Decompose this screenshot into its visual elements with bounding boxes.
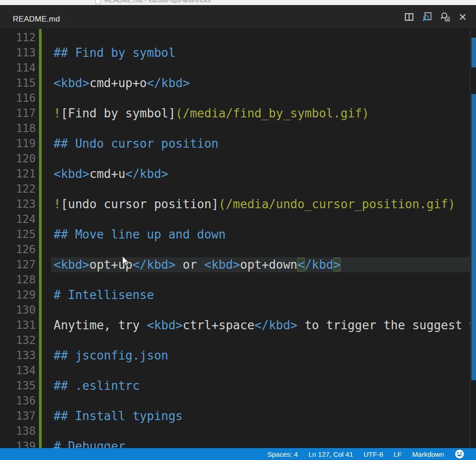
code-line-124[interactable]: 124 bbox=[0, 212, 470, 227]
code-text[interactable] bbox=[51, 212, 470, 227]
code-text[interactable]: ## jsconfig.json bbox=[51, 348, 470, 363]
code-line-120[interactable]: 120 bbox=[0, 151, 470, 166]
code-line-137[interactable]: 137## Install typings bbox=[0, 409, 470, 424]
line-number[interactable]: 138 bbox=[0, 424, 36, 439]
open-preview-button[interactable] bbox=[421, 11, 433, 23]
code-line-128[interactable]: 128 bbox=[0, 272, 470, 288]
code-line-115[interactable]: 115<kbd>cmd+up+o</kbd> bbox=[0, 76, 470, 91]
code-line-125[interactable]: 125## Move line up and down bbox=[0, 227, 470, 242]
line-number[interactable]: 119 bbox=[0, 136, 36, 151]
status-language-mode[interactable]: Markdown bbox=[412, 450, 444, 458]
code-text[interactable]: ## .eslintrc bbox=[51, 378, 470, 393]
status-encoding[interactable]: UTF-8 bbox=[364, 450, 383, 458]
code-text[interactable]: <kbd>cmd+u</kbd> bbox=[51, 166, 470, 182]
line-number[interactable]: 133 bbox=[0, 348, 36, 363]
tab-readme[interactable]: README.md bbox=[13, 15, 60, 24]
code-line-138[interactable]: 138 bbox=[0, 424, 470, 439]
code-line-117[interactable]: 117![Find by symbol](/media/find_by_symb… bbox=[0, 106, 470, 121]
code-text[interactable] bbox=[51, 182, 470, 197]
status-eol[interactable]: LF bbox=[394, 450, 402, 458]
line-number[interactable]: 123 bbox=[0, 197, 36, 212]
status-cursor-position[interactable]: Ln 127, Col 41 bbox=[308, 450, 353, 458]
code-text[interactable]: ![undo cursor position](/media/undo_curs… bbox=[51, 197, 470, 212]
code-text[interactable] bbox=[51, 272, 470, 288]
code-line-136[interactable]: 136 bbox=[0, 393, 470, 409]
code-line-112[interactable]: 112 bbox=[0, 30, 470, 45]
code-line-131[interactable]: 131Anytime, try <kbd>ctrl+space</kbd> to… bbox=[0, 318, 470, 333]
line-number[interactable]: 124 bbox=[0, 212, 36, 227]
line-number[interactable]: 139 bbox=[0, 439, 36, 448]
line-number[interactable]: 120 bbox=[0, 151, 36, 166]
code-line-133[interactable]: 133## jsconfig.json bbox=[0, 348, 470, 363]
code-editor[interactable]: 112113## Find by symbol114115<kbd>cmd+up… bbox=[0, 29, 476, 448]
line-number[interactable]: 130 bbox=[0, 303, 36, 318]
code-line-123[interactable]: 123![undo cursor position](/media/undo_c… bbox=[0, 197, 470, 212]
code-text[interactable] bbox=[51, 393, 470, 409]
open-preview-side-button[interactable] bbox=[439, 11, 451, 23]
line-number[interactable]: 126 bbox=[0, 242, 36, 257]
code-text[interactable] bbox=[51, 333, 470, 348]
line-number[interactable]: 118 bbox=[0, 121, 36, 136]
ruler-decoration bbox=[471, 38, 476, 67]
code-text[interactable]: ## Install typings bbox=[51, 409, 470, 424]
line-number[interactable]: 121 bbox=[0, 166, 36, 182]
status-bar: Spaces: 4 Ln 127, Col 41 UTF-8 LF Markdo… bbox=[0, 448, 476, 460]
line-number[interactable]: 137 bbox=[0, 409, 36, 424]
code-line-134[interactable]: 134 bbox=[0, 363, 470, 378]
code-line-122[interactable]: 122 bbox=[0, 182, 470, 197]
line-number[interactable]: 115 bbox=[0, 76, 36, 91]
line-number[interactable]: 134 bbox=[0, 363, 36, 378]
code-line-130[interactable]: 130 bbox=[0, 303, 470, 318]
line-number[interactable]: 113 bbox=[0, 45, 36, 61]
code-text[interactable]: ![Find by symbol](/media/find_by_symbol.… bbox=[51, 106, 470, 121]
code-text[interactable]: Anytime, try <kbd>ctrl+space</kbd> to tr… bbox=[51, 318, 470, 333]
line-number[interactable]: 112 bbox=[0, 30, 36, 45]
line-number[interactable]: 127 bbox=[0, 257, 36, 272]
code-line-118[interactable]: 118 bbox=[0, 121, 470, 136]
code-text[interactable] bbox=[51, 424, 470, 439]
code-line-119[interactable]: 119## Undo cursor position bbox=[0, 136, 470, 151]
line-number[interactable]: 125 bbox=[0, 227, 36, 242]
code-text[interactable] bbox=[51, 30, 470, 45]
code-text[interactable] bbox=[51, 303, 470, 318]
code-line-127[interactable]: 127<kbd>opt+up</kbd> or <kbd>opt+down</k… bbox=[0, 257, 470, 272]
code-line-139[interactable]: 139# Debugger bbox=[0, 439, 470, 448]
code-text[interactable]: ## Find by symbol bbox=[51, 45, 470, 61]
line-number[interactable]: 131 bbox=[0, 318, 36, 333]
code-text[interactable] bbox=[51, 61, 470, 76]
line-number[interactable]: 114 bbox=[0, 61, 36, 76]
code-text[interactable]: <kbd>opt+up</kbd> or <kbd>opt+down</kbd> bbox=[51, 257, 470, 272]
line-number[interactable]: 135 bbox=[0, 378, 36, 393]
overview-ruler-scrollbar[interactable] bbox=[470, 29, 476, 448]
code-line-126[interactable]: 126 bbox=[0, 242, 470, 257]
close-icon bbox=[458, 12, 467, 22]
code-text[interactable] bbox=[51, 151, 470, 166]
code-line-114[interactable]: 114 bbox=[0, 61, 470, 76]
code-line-113[interactable]: 113## Find by symbol bbox=[0, 45, 470, 61]
code-text[interactable]: # Intellisense bbox=[51, 288, 470, 303]
line-number[interactable]: 136 bbox=[0, 393, 36, 409]
status-indentation[interactable]: Spaces: 4 bbox=[267, 450, 298, 458]
code-text[interactable] bbox=[51, 91, 470, 106]
split-editor-button[interactable] bbox=[403, 11, 415, 23]
code-line-129[interactable]: 129# Intellisense bbox=[0, 288, 470, 303]
code-text[interactable]: # Debugger bbox=[51, 439, 470, 448]
line-number[interactable]: 117 bbox=[0, 106, 36, 121]
code-line-132[interactable]: 132 bbox=[0, 333, 470, 348]
feedback-smiley-button[interactable] bbox=[454, 449, 465, 459]
line-number[interactable]: 128 bbox=[0, 272, 36, 288]
line-number[interactable]: 132 bbox=[0, 333, 36, 348]
code-line-116[interactable]: 116 bbox=[0, 91, 470, 106]
code-text[interactable]: ## Move line up and down bbox=[51, 227, 470, 242]
code-line-135[interactable]: 135## .eslintrc bbox=[0, 378, 470, 393]
code-text[interactable] bbox=[51, 363, 470, 378]
line-number[interactable]: 122 bbox=[0, 182, 36, 197]
line-number[interactable]: 129 bbox=[0, 288, 36, 303]
code-text[interactable]: <kbd>cmd+up+o</kbd> bbox=[51, 76, 470, 91]
code-text[interactable] bbox=[51, 121, 470, 136]
close-editor-button[interactable] bbox=[457, 11, 469, 23]
code-text[interactable]: ## Undo cursor position bbox=[51, 136, 470, 151]
line-number[interactable]: 116 bbox=[0, 91, 36, 106]
code-text[interactable] bbox=[51, 242, 470, 257]
code-line-121[interactable]: 121<kbd>cmd+u</kbd> bbox=[0, 166, 470, 182]
